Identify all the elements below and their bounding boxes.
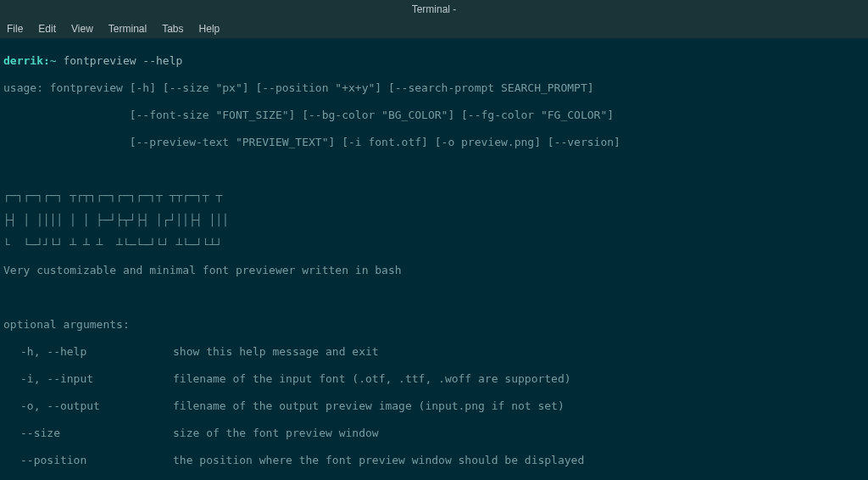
arg-row: -h, --helpshow this help message and exi… [3,345,865,359]
tagline: Very customizable and minimal font previ… [3,264,865,277]
prompt-host: derrik: [3,54,50,67]
window-title: Terminal - [412,3,457,15]
figlet-line-2: ├┤ │ ││││ │ │ ├─┘├┬┘├┤ │┌┘││├┤ │││ [3,215,865,226]
arg-row: --sizesize of the font preview window [3,427,865,440]
prompt-tilde: ~ [50,54,57,67]
arg-desc: filename of the output preview image (in… [173,399,865,413]
arg-flag: -i, --input [3,372,173,386]
usage-line-3: [--preview-text "PREVIEW_TEXT"] [-i font… [3,136,865,149]
prompt-line-1: derrik:~ fontpreview --help [3,54,865,68]
menu-help[interactable]: Help [199,23,220,35]
menu-edit[interactable]: Edit [38,23,56,35]
arg-flag: --size [3,427,173,440]
usage-line-2: [--font-size "FONT_SIZE"] [--bg-color "B… [3,109,865,122]
menubar: File Edit View Terminal Tabs Help [0,19,868,39]
args-header: optional arguments: [3,318,865,332]
figlet-line-1: ┌─┐┌─┐┌─┐ ┬┌┬┐┌─┐┌─┐┌─┐┬ ┬┬┌─┐┬ ┬ [3,190,865,201]
entered-command: fontpreview --help [63,54,182,67]
figlet-line-3: └ └─┘┘└┘ ┴ ┴ ┴ ┴└─└─┘└┘ ┴└─┘└┴┘ [3,239,865,250]
arg-row: -i, --inputfilename of the input font (.… [3,372,865,386]
menu-tabs[interactable]: Tabs [162,23,183,35]
window-titlebar: Terminal - [0,0,868,19]
terminal-body[interactable]: derrik:~ fontpreview --help usage: fontp… [0,39,868,480]
arg-desc: the position where the font preview wind… [173,454,865,467]
usage-line-1: usage: fontpreview [-h] [--size "px"] [-… [3,81,865,95]
arg-flag: --position [3,454,173,467]
arg-desc: size of the font preview window [173,427,865,440]
arg-flag: -o, --output [3,399,173,413]
menu-file[interactable]: File [7,23,23,35]
menu-terminal[interactable]: Terminal [108,23,147,35]
arg-desc: show this help message and exit [173,345,865,359]
arg-desc: filename of the input font (.otf, .ttf, … [173,372,865,386]
menu-view[interactable]: View [71,23,93,35]
arg-flag: -h, --help [3,345,173,359]
arg-row: --positionthe position where the font pr… [3,454,865,467]
arg-row: -o, --outputfilename of the output previ… [3,399,865,413]
